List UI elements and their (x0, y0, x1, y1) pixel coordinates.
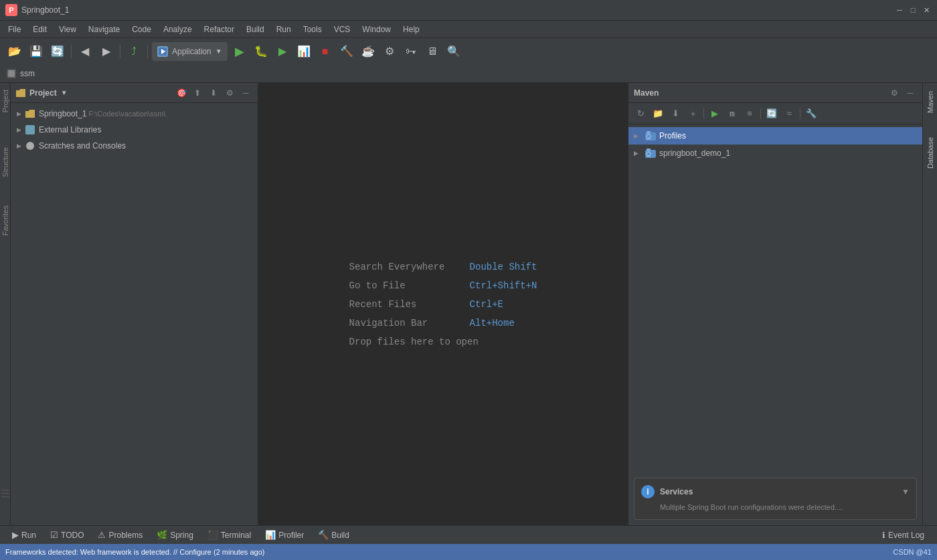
left-tab-project[interactable]: Project (0, 86, 11, 116)
tree-label-external-libs: External Libraries (39, 125, 101, 134)
maven-list-btn[interactable]: ≡ (742, 106, 758, 122)
tree-item-scratches[interactable]: ▶ Scratches and Consoles (11, 138, 258, 154)
maven-refresh-btn[interactable]: 🔄 (764, 106, 780, 122)
folder-icon (16, 88, 25, 98)
maven-download-btn[interactable]: ⬇ (667, 106, 683, 122)
maven-toggle-btn[interactable]: ≈ (781, 106, 797, 122)
right-tab-database[interactable]: Database (925, 132, 936, 174)
left-tab-favorites[interactable]: Favorites (0, 201, 11, 240)
menu-file[interactable]: File (3, 23, 26, 35)
run-configuration-selector[interactable]: Application ▼ (152, 42, 228, 61)
back-button[interactable]: ◀ (76, 42, 94, 61)
terminal-tab-icon: ⬛ (207, 530, 218, 540)
stop-button[interactable]: ■ (316, 42, 335, 61)
maven-toolbar: ↻ 📁 ⬇ ＋ ▶ m ≡ 🔄 ≈ 🔧 (628, 103, 922, 124)
close-button[interactable]: ✕ (921, 5, 932, 15)
locate-file-btn[interactable]: 🎯 (175, 86, 188, 100)
menu-edit[interactable]: Edit (27, 23, 52, 35)
maven-settings-btn[interactable]: ⚙ (887, 86, 901, 100)
maven-run-btn[interactable]: ▶ (707, 106, 723, 122)
spring-tab-label: Spring (170, 531, 193, 540)
hint-search-everywhere: Search Everywhere Double Shift (349, 262, 537, 272)
svg-rect-10 (647, 149, 651, 151)
maven-tools-btn[interactable]: 🔧 (803, 106, 819, 122)
menu-tools[interactable]: Tools (298, 23, 327, 35)
services-notification[interactable]: i Services ▼ Multiple Spring Boot run co… (634, 478, 917, 520)
ssm-tab-icon (7, 69, 16, 78)
maven-item-profiles[interactable]: ▶ Profiles (628, 127, 922, 145)
terminal-tab-label: Terminal (221, 531, 251, 540)
right-tab-maven[interactable]: Maven (925, 86, 936, 118)
menu-analyze[interactable]: Analyze (158, 23, 197, 35)
tree-arrow-external-libs: ▶ (13, 126, 24, 133)
bottom-tab-terminal[interactable]: ⬛ Terminal (201, 526, 258, 545)
event-log-tab[interactable]: ℹ Event Log (875, 526, 932, 545)
project-minimize-btn[interactable]: ─ (239, 86, 252, 100)
bottom-tab-spring[interactable]: 🌿 Spring (150, 526, 201, 545)
keymap-button[interactable]: 🗝 (402, 42, 420, 61)
tree-icon-external-libs (24, 124, 36, 135)
bottom-tab-problems[interactable]: ⚠ Problems (91, 526, 150, 545)
services-info-icon: i (641, 485, 655, 498)
save-button[interactable]: 💾 (27, 42, 46, 61)
minimize-button[interactable]: ─ (894, 5, 905, 15)
menu-build[interactable]: Build (241, 23, 270, 35)
build-project-button[interactable]: 🔨 (337, 42, 356, 61)
terminal-button[interactable]: 🖥 (423, 42, 442, 61)
maven-add-btn[interactable]: ＋ (685, 106, 701, 122)
navigate-button[interactable]: ⤴ (124, 42, 143, 61)
svg-point-11 (647, 152, 651, 156)
bottom-tab-build[interactable]: 🔨 Build (311, 526, 357, 545)
ssm-tab-label: ssm (20, 69, 35, 78)
main-toolbar: 📂 💾 🔄 ◀ ▶ ⤴ Application ▼ ▶ 🐛 ▶ 📊 ■ 🔨 ☕ … (0, 37, 937, 64)
menu-code[interactable]: Code (126, 23, 157, 35)
left-tab-structure[interactable]: Structure (0, 143, 11, 181)
maven-label-springboot-demo: springboot_demo_1 (659, 149, 730, 158)
tree-item-springboot[interactable]: ▶ Springboot_1 F:\Codes\vacation\ssm\ (11, 106, 258, 122)
hint-recent-files: Recent Files Ctrl+E (349, 299, 537, 310)
search-everywhere-button[interactable]: 🔍 (444, 42, 463, 61)
sdk-button[interactable]: ☕ (359, 42, 377, 61)
tree-item-external-libs[interactable]: ▶ External Libraries (11, 122, 258, 138)
maximize-button[interactable]: □ (908, 5, 918, 15)
sync-button[interactable]: 🔄 (48, 42, 67, 61)
coverage-button[interactable]: ▶ (273, 42, 292, 61)
menu-navigate[interactable]: Navigate (83, 23, 125, 35)
maven-minimize-btn[interactable]: ─ (904, 86, 917, 100)
forward-button[interactable]: ▶ (97, 42, 116, 61)
menu-run[interactable]: Run (271, 23, 296, 35)
maven-mvn-btn[interactable]: m (724, 106, 740, 122)
bottom-tab-todo[interactable]: ☑ TODO (44, 526, 91, 545)
maven-open-btn[interactable]: 📁 (650, 106, 666, 122)
services-text: Multiple Spring Boot run configurations … (641, 502, 910, 512)
run-button[interactable]: ▶ (230, 42, 249, 61)
expand-all-btn[interactable]: ⬇ (207, 86, 220, 100)
menu-view[interactable]: View (54, 23, 82, 35)
maven-reload-btn[interactable]: ↻ (632, 106, 649, 122)
services-expand-arrow[interactable]: ▼ (902, 487, 910, 496)
settings-button[interactable]: ⚙ (380, 42, 399, 61)
editor-area[interactable]: Search Everywhere Double Shift Go to Fil… (258, 83, 628, 525)
hint-shortcut-navbar: Alt+Home (470, 318, 515, 329)
maven-tree: ▶ Profiles ▶ (628, 124, 922, 472)
svg-rect-4 (25, 125, 35, 134)
maven-tb-sep (703, 108, 704, 119)
debug-button[interactable]: 🐛 (252, 42, 270, 61)
profile-button[interactable]: 📊 (294, 42, 313, 61)
bottom-tab-profiler[interactable]: 📊 Profiler (258, 526, 311, 545)
app-logo: P (5, 4, 17, 16)
menu-refactor[interactable]: Refactor (199, 23, 240, 35)
project-settings-btn[interactable]: ⚙ (223, 86, 236, 100)
ssm-tab[interactable]: ssm (0, 64, 937, 83)
svg-rect-7 (647, 131, 651, 134)
menu-vcs[interactable]: VCS (329, 23, 356, 35)
run-tab-label: Run (21, 531, 36, 540)
bottom-tab-run[interactable]: ▶ Run (5, 526, 44, 545)
collapse-all-btn[interactable]: ⬆ (191, 86, 204, 100)
menu-window[interactable]: Window (357, 23, 396, 35)
menu-help[interactable]: Help (398, 23, 425, 35)
profiler-tab-label: Profiler (278, 531, 304, 540)
hint-label-drop: Drop files here to open (349, 337, 479, 347)
maven-item-springboot-demo[interactable]: ▶ springboot_demo_1 (628, 145, 922, 162)
open-file-button[interactable]: 📂 (5, 42, 24, 61)
